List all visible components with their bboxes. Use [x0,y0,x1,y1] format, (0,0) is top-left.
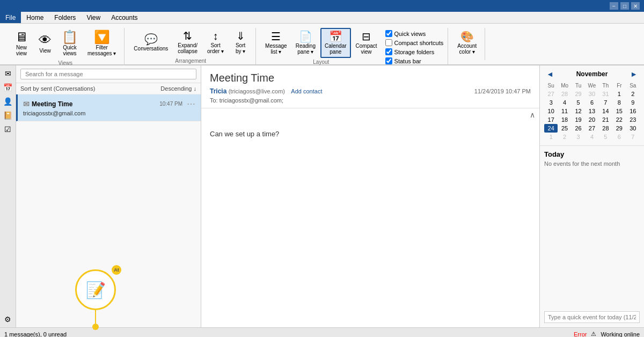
menu-item-file[interactable]: File [0,12,21,23]
cal-day[interactable]: 5 [572,98,585,107]
quick-views-checkbox[interactable]: Quick views [385,30,444,37]
left-icon-notes[interactable]: 📔 [2,109,14,121]
conversations-button[interactable]: 💬 Conversations [130,31,172,54]
cal-day[interactable]: 27 [585,124,598,133]
menu-item-home[interactable]: Home [21,12,49,23]
filter-messages-icon: 🔽 [94,31,110,43]
cal-day[interactable]: 23 [626,115,640,124]
email-subject-title: Meeting Time [210,72,531,84]
expand-collapse-button[interactable]: ⇅ Expand/collapse [174,28,201,57]
reading-pane-button[interactable]: 📄 Readingpane ▾ [292,28,319,57]
cal-day[interactable]: 28 [599,124,612,133]
cal-day[interactable]: 1 [612,90,626,98]
search-input[interactable] [20,69,196,79]
quick-views-button[interactable]: 📋 Quickviews [58,28,82,59]
cal-day[interactable]: 20 [585,115,598,124]
cal-day[interactable]: 3 [544,98,558,107]
add-contact-link[interactable]: Add contact [291,88,322,94]
title-bar-controls[interactable]: − □ ✕ [610,2,640,10]
cal-day[interactable]: 3 [572,133,585,141]
cal-day[interactable]: 29 [612,124,626,133]
storage-folders-checkbox[interactable]: Storage folders [385,48,444,55]
compact-view-button[interactable]: ⊟ Compactview [352,28,381,57]
new-view-icon: 🖥 [15,31,28,43]
account-color-button[interactable]: 🎨 Accountcolor ▾ [453,28,480,57]
ribbon-group-views: 🖥 Newview 👁 View 📋 Quickviews 🔽 Filterme… [6,28,125,67]
cal-day[interactable]: 18 [558,115,571,124]
menu-item-folders[interactable]: Folders [49,12,81,23]
cal-day[interactable]: 13 [585,107,598,115]
cal-day[interactable]: 17 [544,115,558,124]
cal-day[interactable]: 6 [612,133,626,141]
minimize-button[interactable]: − [610,2,618,10]
new-view-label: Newview [16,45,27,56]
cal-day[interactable]: 9 [626,98,640,107]
cal-day[interactable]: 24 [544,124,558,133]
filter-messages-label: Filtermessages ▾ [87,45,116,56]
cal-day[interactable]: 7 [599,98,612,107]
email-item-header: ✉ Meeting Time 10:47 PM ⋯ [23,99,195,109]
status-bar-checkbox[interactable]: Status bar [385,57,444,64]
cal-day[interactable]: 25 [558,124,571,133]
from-email: (triciagoss@live.com) [229,88,285,94]
cal-day[interactable]: 4 [558,98,571,107]
collapse-icon[interactable]: ∧ [530,111,535,119]
ribbon-group-account: 🎨 Accountcolor ▾ [449,28,485,60]
cal-day[interactable]: 1 [544,133,558,141]
sort-order-button[interactable]: ↕ Sortorder ▾ [203,28,228,57]
left-icon-settings[interactable]: ⚙ [2,313,14,325]
cal-day[interactable]: 28 [558,90,571,98]
sort-by-button[interactable]: ⇓ Sortby ▾ [230,28,251,57]
cal-day[interactable]: 14 [599,107,612,115]
compact-shortcuts-checkbox[interactable]: Compact shortcuts [385,39,444,46]
email-item[interactable]: ✉ Meeting Time 10:47 PM ⋯ triciagosstx@g… [16,94,201,121]
reading-body: Can we set up a time? [201,121,539,327]
cal-day[interactable]: 21 [599,115,612,124]
cal-day[interactable]: 22 [612,115,626,124]
email-sender: ✉ Meeting Time [23,100,72,108]
cal-day[interactable]: 16 [626,107,640,115]
view-button[interactable]: 👁 View [34,31,56,56]
cal-day[interactable]: 12 [572,107,585,115]
cal-day[interactable]: 8 [612,98,626,107]
cal-day[interactable]: 27 [544,90,558,98]
cal-day[interactable]: 26 [572,124,585,133]
error-label[interactable]: Error [574,331,587,338]
cal-day[interactable]: 2 [558,133,571,141]
reading-collapse[interactable]: ∧ [201,108,539,121]
cal-day[interactable]: 29 [572,90,585,98]
message-list-button[interactable]: ☰ Messagelist ▾ [261,28,291,57]
left-icon-mail[interactable]: ✉ [2,68,14,79]
calendar-pane-button[interactable]: 📅 Calendarpane [320,28,351,58]
cal-day[interactable]: 6 [585,98,598,107]
cal-day[interactable]: 5 [599,133,612,141]
cal-day[interactable]: 19 [572,115,585,124]
cal-day[interactable]: 10 [544,107,558,115]
maximize-button[interactable]: □ [620,2,629,10]
filter-messages-button[interactable]: 🔽 Filtermessages ▾ [84,28,120,59]
quick-event-input[interactable] [544,311,640,323]
cal-nav-prev[interactable]: ◄ [544,70,556,78]
left-icon-tasks[interactable]: ☑ [2,123,14,135]
cal-day[interactable]: 15 [612,107,626,115]
cal-day[interactable]: 2 [626,90,640,98]
cal-day[interactable]: 11 [558,107,571,115]
message-list-icon: ☰ [271,31,281,42]
menu-item-view[interactable]: View [81,12,106,23]
email-actions[interactable]: ⋯ [187,99,195,109]
cal-day[interactable]: 7 [626,133,640,141]
left-icon-calendar[interactable]: 📅 [2,82,14,93]
left-icon-contacts[interactable]: 👤 [2,96,14,107]
new-view-button[interactable]: 🖥 Newview [11,28,32,59]
cal-day[interactable]: 31 [599,90,612,98]
email-address: triciagosstx@gmail.com [23,110,195,116]
cal-day[interactable]: 30 [585,90,598,98]
cal-day[interactable]: 30 [626,124,640,133]
sort-label[interactable]: Sort by sent (Conversations) [20,85,95,92]
cal-nav-next[interactable]: ► [628,70,640,78]
close-button[interactable]: ✕ [631,2,640,10]
menu-item-accounts[interactable]: Accounts [106,12,143,23]
layout-checkboxes: Quick views Compact shortcuts Storage fo… [385,28,444,64]
sort-direction[interactable]: Descending ↓ [160,85,196,92]
cal-day[interactable]: 4 [585,133,598,141]
